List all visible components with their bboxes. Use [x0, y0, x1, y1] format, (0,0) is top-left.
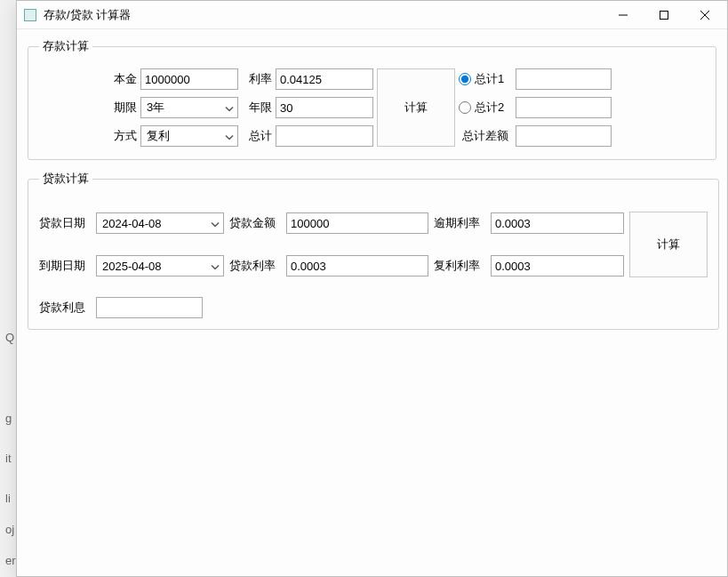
- total1-radio-label: 总计1: [475, 71, 504, 87]
- total2-output[interactable]: [516, 97, 612, 118]
- deposit-groupbox: 存款计算 本金 利率 计算 总计1 期限 3年: [28, 38, 716, 160]
- loan-date-combobox[interactable]: 2024-04-08: [96, 212, 224, 234]
- method-combobox[interactable]: 复利: [140, 125, 238, 147]
- term-label: 期限: [39, 100, 137, 116]
- app-window: 存款/贷款 计算器 存款计算 本金 利率 计算: [16, 0, 728, 577]
- window-title: 存款/贷款 计算器: [44, 7, 603, 23]
- principal-label: 本金: [39, 71, 137, 87]
- loan-amount-label: 贷款金额: [229, 215, 281, 231]
- loan-interest-label: 贷款利息: [39, 300, 91, 316]
- diff-output[interactable]: [516, 125, 612, 147]
- method-combobox-value: 复利: [147, 128, 170, 144]
- years-input[interactable]: [276, 97, 373, 118]
- overdue-rate-input[interactable]: [491, 212, 624, 234]
- minimize-button[interactable]: [603, 2, 644, 28]
- loan-rate-input[interactable]: [286, 255, 428, 276]
- term-combobox-value: 3年: [147, 100, 164, 116]
- maximize-button[interactable]: [644, 2, 684, 28]
- chevron-down-icon: [225, 130, 234, 143]
- svg-rect-0: [660, 11, 668, 19]
- compound-rate-input[interactable]: [491, 255, 624, 276]
- chevron-down-icon: [211, 260, 220, 273]
- total1-radio[interactable]: 总计1: [459, 71, 512, 87]
- total-output[interactable]: [276, 125, 373, 147]
- app-icon: [24, 9, 36, 21]
- total1-radio-input[interactable]: [459, 73, 471, 85]
- loan-groupbox: 贷款计算 贷款日期 2024-04-08 贷款金额 逾期利率 计算 到期日期: [28, 171, 719, 330]
- rate-label: 利率: [242, 71, 272, 87]
- loan-date-value: 2024-04-08: [102, 217, 162, 230]
- deposit-legend: 存款计算: [39, 38, 92, 54]
- due-date-value: 2025-04-08: [102, 260, 162, 273]
- loan-legend: 贷款计算: [39, 171, 92, 187]
- total2-radio-label: 总计2: [475, 100, 504, 116]
- total1-output[interactable]: [516, 68, 612, 90]
- total2-radio-input[interactable]: [459, 101, 471, 114]
- compound-rate-label: 复利利率: [434, 258, 485, 274]
- close-button[interactable]: [684, 2, 725, 28]
- window-controls: [603, 2, 725, 28]
- method-label: 方式: [39, 128, 137, 144]
- loan-interest-output[interactable]: [96, 297, 203, 318]
- total-label: 总计: [242, 128, 272, 144]
- loan-amount-input[interactable]: [286, 212, 428, 234]
- diff-label: 总计差额: [459, 128, 512, 144]
- total2-radio[interactable]: 总计2: [459, 100, 512, 116]
- due-date-label: 到期日期: [39, 258, 91, 274]
- loan-date-label: 贷款日期: [39, 215, 91, 231]
- title-bar[interactable]: 存款/贷款 计算器: [17, 1, 727, 29]
- chevron-down-icon: [225, 101, 234, 115]
- due-date-combobox[interactable]: 2025-04-08: [96, 255, 224, 276]
- chevron-down-icon: [211, 217, 220, 230]
- principal-input[interactable]: [140, 68, 238, 90]
- deposit-calculate-button[interactable]: 计算: [377, 68, 455, 147]
- term-combobox[interactable]: 3年: [140, 97, 238, 118]
- overdue-rate-label: 逾期利率: [434, 215, 485, 231]
- loan-calculate-button[interactable]: 计算: [629, 212, 708, 277]
- client-area: 存款计算 本金 利率 计算 总计1 期限 3年: [17, 29, 727, 576]
- years-label: 年限: [242, 100, 272, 116]
- rate-input[interactable]: [276, 68, 373, 90]
- loan-rate-label: 贷款利率: [229, 258, 281, 274]
